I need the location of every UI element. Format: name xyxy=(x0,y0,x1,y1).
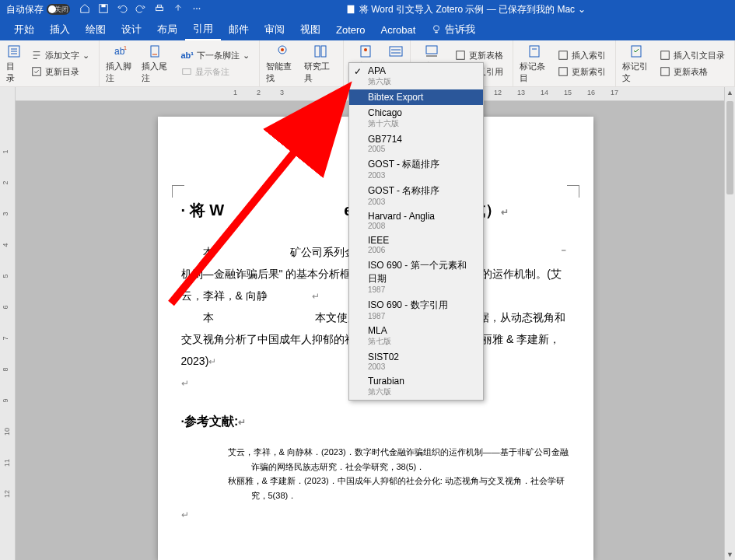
tab-insert[interactable]: 插入 xyxy=(42,19,78,40)
chevron-down-icon: ⌄ xyxy=(243,51,250,61)
svg-point-6 xyxy=(199,8,201,9)
insert-footnote-button[interactable]: ab1 插入脚注 xyxy=(106,44,135,84)
share-icon[interactable] xyxy=(173,3,184,16)
tell-me-label: 告诉我 xyxy=(445,23,475,37)
autosave-toggle[interactable]: 关闭 xyxy=(47,4,70,15)
svg-rect-34 xyxy=(559,68,568,76)
quick-access-toolbar xyxy=(79,3,202,16)
tab-draw[interactable]: 绘图 xyxy=(78,19,114,40)
svg-point-4 xyxy=(194,8,195,9)
insert-endnote-button[interactable]: 插入尾注 xyxy=(142,44,171,84)
insert-footnote-label: 插入脚注 xyxy=(106,61,135,84)
style-item-sist02[interactable]: SIST022003 xyxy=(349,349,483,373)
style-item-mla[interactable]: MLA第七版 xyxy=(349,323,483,349)
tab-review[interactable]: 审阅 xyxy=(257,19,292,40)
ellipsis-icon[interactable] xyxy=(191,3,202,16)
researcher-label: 研究工具 xyxy=(304,61,336,84)
insert-endnote-label: 插入尾注 xyxy=(142,61,171,84)
vertical-scrollbar[interactable]: ▲ ▼ xyxy=(724,87,735,560)
group-footnotes: ab1 插入脚注 插入尾注 ab¹下一条脚注⌄ 显示备注 xyxy=(100,40,260,86)
group-authorities: 标记引文 插入引文目录 更新表格 xyxy=(616,40,735,86)
update-index-button[interactable]: 更新索引 xyxy=(555,65,609,79)
ruler-corner xyxy=(0,87,16,101)
researcher-button[interactable]: 研究工具 xyxy=(304,44,336,84)
reference-item: 艾云，李祥，& 向静林．(2023)．数字时代金融诈骗组织的运作机制——基于非矿… xyxy=(205,445,570,474)
chevron-down-icon: ⌄ xyxy=(578,4,586,15)
group-toc: 目录 添加文字⌄ 更新目录 xyxy=(0,40,100,86)
ruler-tick: 17 xyxy=(611,89,618,96)
scrollbar-thumb[interactable] xyxy=(726,101,733,194)
tab-tell-me[interactable]: 告诉我 xyxy=(423,19,483,40)
chevron-down-icon: ⌄ xyxy=(82,51,89,61)
style-item-apa[interactable]: APA第六版 xyxy=(349,63,483,89)
vruler-tick: 7 xyxy=(2,336,9,340)
ruler-tick: 14 xyxy=(541,89,548,96)
insert-index-button[interactable]: 插入索引 xyxy=(555,48,609,63)
group-research: 智能查找 研究工具 xyxy=(260,40,344,86)
redo-icon[interactable] xyxy=(135,3,146,16)
svg-rect-3 xyxy=(157,5,161,7)
svg-rect-18 xyxy=(182,69,191,75)
vruler-tick: 11 xyxy=(3,459,11,467)
doc-icon xyxy=(345,4,356,15)
insert-ta-button[interactable]: 插入引文目录 xyxy=(656,48,728,63)
style-item-harvard[interactable]: Harvard - Anglia2008 xyxy=(349,208,483,233)
update-table-button[interactable]: 更新表格 xyxy=(452,48,506,63)
style-item-gost-title[interactable]: GOST - 标题排序2003 xyxy=(349,156,483,182)
style-item-gost-name[interactable]: GOST - 名称排序2003 xyxy=(349,182,483,208)
add-text-button[interactable]: 添加文字⌄ xyxy=(28,48,93,63)
smart-lookup-button[interactable]: 智能查找 xyxy=(266,44,298,84)
show-notes-button[interactable]: 显示备注 xyxy=(178,65,254,79)
tab-layout[interactable]: 布局 xyxy=(149,19,185,40)
mark-citation-label: 标记引文 xyxy=(622,61,650,84)
vruler-tick: 3 xyxy=(2,212,9,215)
style-item-iso690-numeric[interactable]: ISO 690 - 数字引用1987 xyxy=(349,296,483,323)
style-item-gb7714[interactable]: GB77142005 xyxy=(349,131,483,156)
svg-rect-31 xyxy=(530,46,539,57)
mark-citation-button[interactable]: 标记引文 xyxy=(622,44,650,84)
svg-point-8 xyxy=(434,26,439,31)
mark-entry-label: 标记条目 xyxy=(520,61,548,84)
toc-button[interactable]: 目录 xyxy=(6,44,22,84)
vruler-tick: 9 xyxy=(2,398,9,402)
undo-icon[interactable] xyxy=(117,3,128,16)
save-icon[interactable] xyxy=(98,3,109,16)
tab-start[interactable]: 开始 xyxy=(6,19,42,40)
tab-acrobat[interactable]: Acrobat xyxy=(373,21,424,39)
svg-rect-36 xyxy=(661,51,670,60)
style-item-turabian[interactable]: Turabian第六版 xyxy=(349,373,483,400)
tab-view[interactable]: 视图 xyxy=(292,19,328,40)
mark-entry-button[interactable]: 标记条目 xyxy=(520,44,548,84)
svg-rect-33 xyxy=(559,51,568,60)
vruler-tick: 5 xyxy=(2,274,9,278)
tab-mailings[interactable]: 邮件 xyxy=(221,19,257,40)
vruler-tick: 8 xyxy=(2,367,9,371)
update-toc-button[interactable]: 更新目录 xyxy=(28,65,93,79)
reference-item: 秋丽雅，& 李建新．(2023)．中国成年人抑郁的社会分化: 动态视角与交叉视角… xyxy=(205,474,570,502)
title-text: 将 Word 引文导入 Zotero 示例 — 已保存到我的 Mac xyxy=(359,3,575,16)
next-footnote-button[interactable]: ab¹下一条脚注⌄ xyxy=(178,48,254,63)
update-table2-button[interactable]: 更新表格 xyxy=(656,65,728,79)
ruler-tick: 16 xyxy=(587,89,595,96)
style-item-ieee[interactable]: IEEE2006 xyxy=(349,233,483,257)
vruler-tick: 1 xyxy=(2,149,9,153)
style-item-chicago[interactable]: Chicago第十六版 xyxy=(349,105,483,131)
scroll-down-icon[interactable]: ▼ xyxy=(725,549,735,560)
tab-design[interactable]: 设计 xyxy=(114,19,149,40)
scroll-up-icon[interactable]: ▲ xyxy=(725,87,735,98)
svg-rect-1 xyxy=(101,4,105,7)
vertical-ruler[interactable]: 1 2 3 4 5 6 7 8 9 10 11 12 xyxy=(0,101,16,560)
print-icon[interactable] xyxy=(154,3,165,16)
style-item-iso690-first[interactable]: ISO 690 - 第一个元素和日期1987 xyxy=(349,257,483,296)
ruler-tick: 2 xyxy=(257,89,261,96)
style-item-bibtex[interactable]: Bibtex Export xyxy=(349,89,483,105)
svg-rect-16 xyxy=(151,46,159,57)
tab-references[interactable]: 引用 xyxy=(185,19,221,40)
empty-paragraph: ↵ xyxy=(181,503,570,525)
toggle-state: 关闭 xyxy=(54,5,68,15)
tab-zotero[interactable]: Zotero xyxy=(328,21,373,39)
vruler-tick: 10 xyxy=(3,428,11,436)
lightbulb-icon xyxy=(431,24,442,35)
document-title[interactable]: 将 Word 引文导入 Zotero 示例 — 已保存到我的 Mac ⌄ xyxy=(202,3,729,16)
home-icon[interactable] xyxy=(79,3,90,16)
